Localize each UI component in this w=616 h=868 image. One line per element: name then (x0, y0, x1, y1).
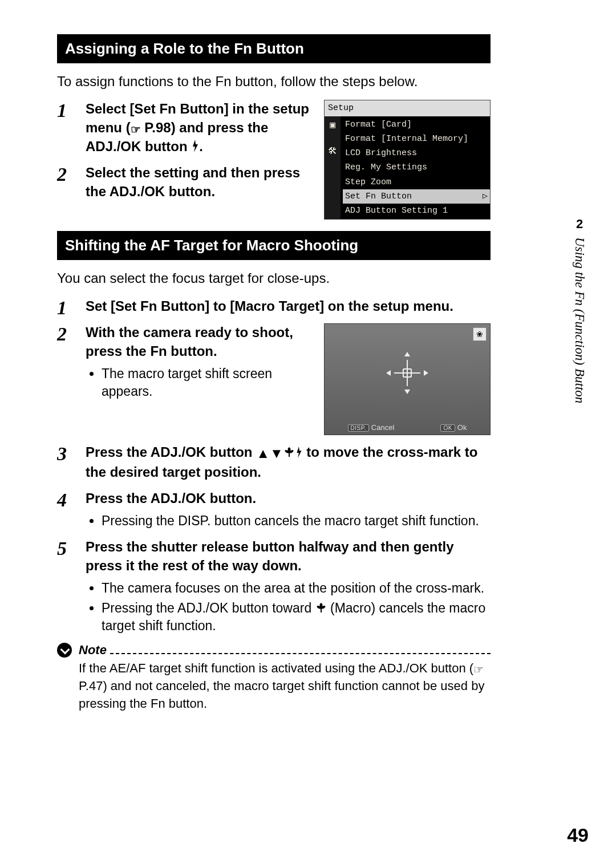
note-body: Note If the AE/AF target shift function … (79, 643, 491, 713)
macro-flower-icon (283, 447, 295, 458)
shift-step2-row: With the camera ready to shoot, press th… (86, 323, 491, 435)
note-text: If the AE/AF target shift function is ac… (79, 660, 491, 713)
shift-step4-sub1: Pressing the DISP. button cancels the ma… (102, 512, 491, 530)
disp-tag: DISP. (348, 424, 369, 432)
assign-lead: To assign functions to the Fn button, fo… (57, 72, 491, 91)
flash-icon (191, 140, 199, 152)
assign-step-1: 1 Select [Set Fn Button] in the setup me… (57, 100, 315, 156)
assign-steps-wrap: 1 Select [Set Fn Button] in the setup me… (57, 100, 315, 209)
page-number: 49 (567, 824, 589, 846)
note-dash-line (110, 644, 491, 654)
macro-ok: OKOk (440, 423, 467, 433)
section-header-shift: Shifting the AF Target for Macro Shootin… (57, 231, 491, 260)
txt: Press the ADJ./OK button (86, 444, 256, 460)
note-title-row: Note (79, 643, 491, 658)
step-number: 2 (57, 321, 67, 347)
step-number: 5 (57, 536, 67, 562)
setup-menu-icon-col: ▣ 🛠 (325, 116, 341, 220)
side-chapter-title: Using the Fn (Function) Button (572, 237, 587, 403)
ok-tag: OK (440, 424, 455, 432)
down-triangle-icon: ▼ (270, 444, 283, 463)
shift-step5-sub2: Pressing the ADJ./OK button toward (Macr… (102, 599, 491, 635)
chapter-number: 2 (576, 217, 583, 232)
setup-menu-body: ▣ 🛠 Format [Card] Format [Internal Memor… (325, 116, 490, 220)
step-number: 1 (57, 295, 67, 321)
side-tab: 2 Using the Fn (Function) Button (566, 217, 593, 456)
camera-icon: ▣ (330, 119, 335, 133)
shift-step4-sub: Pressing the DISP. button cancels the ma… (102, 512, 491, 530)
note-title: Note (79, 643, 107, 658)
macro-mode-badge: ❀ (473, 327, 487, 341)
reference-icon: ☞ (131, 122, 141, 137)
assign-row: 1 Select [Set Fn Button] in the setup me… (57, 100, 491, 220)
txt: Cancel (371, 423, 394, 432)
up-triangle-icon: ▲ (256, 444, 270, 463)
shift-lead: You can select the focus target for clos… (57, 269, 491, 287)
setup-menu-item: ADJ Button Setting 1 (343, 204, 490, 218)
shift-step5-text: Press the shutter release button halfway… (86, 539, 453, 573)
macro-target-screenshot: ❀ (324, 323, 491, 435)
setup-menu-item: Reg. My Settings (343, 160, 490, 175)
shift-step4-text: Press the ADJ./OK button. (86, 490, 256, 506)
macro-flower-icon (315, 602, 327, 614)
shift-step-4: 4 Press the ADJ./OK button. Pressing the… (57, 489, 491, 530)
macro-shot-figure: ❀ (324, 323, 491, 435)
setup-menu-figure: Setup ▣ 🛠 Format [Card] Format [Internal… (324, 100, 491, 220)
setup-menu-item: Format [Card] (343, 117, 490, 132)
assign-step-2: 2 Select the setting and then press the … (57, 164, 315, 201)
step-number: 3 (57, 441, 67, 467)
setup-menu-item: Format [Internal Memory] (343, 132, 490, 146)
assign-step2-text: Select the setting and then press the AD… (86, 165, 300, 198)
setup-menu-item-selected: Set Fn Button (343, 189, 490, 204)
setup-menu-title: Setup (325, 100, 490, 116)
shift-steps: 1 Set [Set Fn Button] to [Macro Target] … (57, 297, 491, 635)
macro-cancel: DISP.Cancel (348, 423, 395, 433)
flash-icon (295, 447, 303, 458)
shift-step3-text: Press the ADJ./OK button ▲▼ to move the … (86, 444, 477, 479)
shift-step5-sub1: The camera focuses on the area at the po… (102, 579, 491, 597)
content-column: Assigning a Role to the Fn Button To ass… (57, 34, 491, 713)
setup-menu-items: Format [Card] Format [Internal Memory] L… (341, 116, 490, 220)
step-number: 1 (57, 98, 67, 124)
macro-footer: DISP.Cancel OKOk (325, 423, 490, 433)
section-header-assign: Assigning a Role to the Fn Button (57, 34, 491, 63)
shift-step2-text: With the camera ready to shoot, press th… (86, 325, 293, 358)
shift-step2-textcol: With the camera ready to shoot, press th… (86, 323, 315, 403)
shift-step5-sub: The camera focuses on the area at the po… (102, 579, 491, 635)
txt: P.98 (144, 120, 171, 135)
crosshair-icon (382, 347, 433, 399)
shift-step2-sub: The macro target shift screen appears. (102, 365, 315, 400)
step-number: 4 (57, 487, 67, 513)
setup-menu-item: Step Zoom (343, 175, 490, 189)
assign-step1-text: Select [Set Fn Button] in the setup menu… (86, 101, 309, 153)
shift-step2-sub1: The macro target shift screen appears. (102, 365, 315, 400)
shift-step-3: 3 Press the ADJ./OK button ▲▼ to move th… (57, 443, 491, 481)
txt: Ok (457, 423, 467, 432)
txt: . (199, 139, 203, 154)
txt: P.47 (79, 679, 103, 693)
shift-step-2: 2 With the camera ready to shoot, press … (57, 323, 491, 435)
note-block: Note If the AE/AF target shift function … (57, 643, 491, 713)
shift-step-1: 1 Set [Set Fn Button] to [Macro Target] … (57, 297, 491, 315)
txt: ) and not canceled, the macro target shi… (79, 679, 484, 711)
note-pencil-icon (57, 643, 72, 658)
txt: Pressing the ADJ./OK button toward (102, 601, 315, 615)
shift-step-5: 5 Press the shutter release button halfw… (57, 538, 491, 635)
wrench-icon: 🛠 (328, 145, 337, 159)
setup-menu-item: LCD Brightness (343, 146, 490, 160)
reference-icon: ☞ (473, 662, 484, 678)
txt: If the AE/AF target shift function is ac… (79, 661, 473, 675)
manual-page: Assigning a Role to the Fn Button To ass… (0, 0, 616, 868)
assign-steps: 1 Select [Set Fn Button] in the setup me… (57, 100, 315, 201)
setup-menu-screenshot: Setup ▣ 🛠 Format [Card] Format [Internal… (324, 100, 491, 220)
step-number: 2 (57, 161, 67, 188)
shift-step1-text: Set [Set Fn Button] to [Macro Target] on… (86, 298, 453, 314)
